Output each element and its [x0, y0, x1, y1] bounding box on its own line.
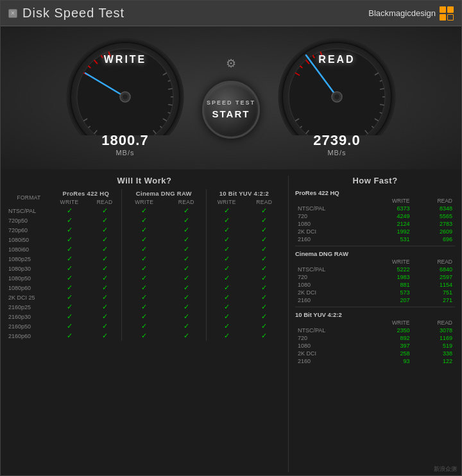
write-gauge-svg-wrap: WRITE [61, 36, 189, 139]
check-cell: ✓ [206, 293, 246, 302]
table-row: 2160p25✓✓✓✓✓✓ [7, 302, 282, 312]
hf-col-header: READ [412, 259, 455, 266]
format-cell: 1080i60 [7, 244, 51, 254]
check-cell: ✓ [246, 302, 282, 312]
hf-format-cell: 720 [295, 273, 364, 281]
format-cell: 1080i50 [7, 235, 51, 244]
will-it-work-header: Will It Work? [7, 176, 282, 185]
hf-read-cell: 2783 [412, 220, 455, 228]
hf-table: WRITEREADNTSC/PAL63738348720424955651080… [295, 198, 455, 243]
start-button[interactable]: SPEED TEST START [202, 81, 260, 139]
write-gauge-unit: MB/s [101, 149, 148, 157]
check-cell: ✓ [167, 235, 207, 244]
check-cell: ✓ [121, 264, 166, 273]
check-cell: ✓ [167, 254, 207, 264]
gauges-area: WRITE 1800.7 MB/s ⚙ SPEED TEST START [1, 26, 461, 169]
hf-col-header [295, 319, 364, 327]
format-cell: 1080p50 [7, 273, 51, 283]
hf-data-row: 10808811154 [295, 281, 455, 289]
prores-read-header: READ [88, 198, 121, 206]
hf-read-cell: 751 [412, 289, 455, 296]
check-cell: ✓ [121, 293, 166, 302]
check-cell: ✓ [88, 331, 121, 341]
check-cell: ✓ [121, 225, 166, 235]
check-cell: ✓ [51, 206, 88, 216]
title-bar: × Disk Speed Test Blackmagicdesign [1, 1, 461, 26]
hf-write-cell: 573 [364, 289, 412, 296]
check-cell: ✓ [51, 312, 88, 321]
hf-format-cell: 2K DCI [295, 228, 364, 235]
app-title: Disk Speed Test [22, 6, 124, 21]
check-cell: ✓ [51, 225, 88, 235]
check-cell: ✓ [121, 302, 166, 312]
settings-button[interactable]: ⚙ [221, 54, 241, 73]
format-cell: 720p60 [7, 225, 51, 235]
table-row: 1080i60✓✓✓✓✓✓ [7, 244, 282, 254]
check-cell: ✓ [121, 283, 166, 293]
check-cell: ✓ [88, 225, 121, 235]
hf-write-cell: 892 [364, 334, 412, 342]
hf-write-cell: 93 [364, 357, 412, 365]
read-gauge-svg [273, 36, 401, 135]
format-cell: 2160p50 [7, 321, 51, 331]
hf-divider [295, 246, 455, 246]
check-cell: ✓ [167, 331, 207, 341]
check-cell: ✓ [246, 244, 282, 254]
hf-data-row: NTSC/PAL63738348 [295, 205, 455, 212]
read-gauge-unit: MB/s [313, 149, 360, 157]
hf-data-row: NTSC/PAL52226840 [295, 266, 455, 273]
prores-header: ProRes 422 HQ [51, 189, 121, 198]
write-gauge-svg [61, 36, 189, 135]
check-cell: ✓ [246, 312, 282, 321]
check-cell: ✓ [121, 331, 166, 341]
check-cell: ✓ [51, 283, 88, 293]
check-cell: ✓ [206, 331, 246, 341]
check-cell: ✓ [206, 244, 246, 254]
check-cell: ✓ [88, 264, 121, 273]
hf-data-row: 108021242783 [295, 220, 455, 228]
hf-read-cell: 271 [412, 296, 455, 304]
table-row: 1080i50✓✓✓✓✓✓ [7, 235, 282, 244]
start-line1: SPEED TEST [207, 99, 255, 107]
center-controls: ⚙ SPEED TEST START [202, 54, 260, 139]
hf-format-cell: 1080 [295, 342, 364, 350]
check-cell: ✓ [206, 283, 246, 293]
yuv-write-header: WRITE [206, 198, 246, 206]
watermark: 新浪众测 [434, 465, 457, 473]
check-cell: ✓ [88, 283, 121, 293]
check-cell: ✓ [167, 321, 207, 331]
check-cell: ✓ [121, 312, 166, 321]
hf-read-cell: 3078 [412, 327, 455, 334]
cdng-read-header: READ [167, 198, 207, 206]
check-cell: ✓ [167, 206, 207, 216]
check-cell: ✓ [88, 321, 121, 331]
check-cell: ✓ [167, 264, 207, 273]
hf-write-cell: 4249 [364, 212, 412, 220]
hf-format-cell: NTSC/PAL [295, 327, 364, 334]
check-cell: ✓ [246, 225, 282, 235]
hf-write-cell: 6373 [364, 205, 412, 212]
hf-data-row: 72042495565 [295, 212, 455, 220]
table-row: 720p60✓✓✓✓✓✓ [7, 225, 282, 235]
check-cell: ✓ [206, 312, 246, 321]
hf-read-cell: 122 [412, 357, 455, 365]
check-cell: ✓ [167, 273, 207, 283]
table-row: 720p50✓✓✓✓✓✓ [7, 216, 282, 225]
hf-format-cell: 720 [295, 334, 364, 342]
brand-logo: Blackmagicdesign [368, 6, 454, 21]
hf-category-name: Cinema DNG RAW [295, 250, 455, 257]
hf-data-row: 2K DCI258338 [295, 350, 455, 357]
hf-format-cell: NTSC/PAL [295, 205, 364, 212]
brand-sq-1 [440, 6, 446, 13]
hf-format-cell: 2160 [295, 296, 364, 304]
check-cell: ✓ [121, 206, 166, 216]
hf-col-header [295, 259, 364, 266]
hf-write-cell: 5222 [364, 266, 412, 273]
check-cell: ✓ [167, 225, 207, 235]
hf-table: WRITEREADNTSC/PAL23503078720892116910803… [295, 319, 455, 365]
hf-write-cell: 2350 [364, 327, 412, 334]
check-cell: ✓ [246, 216, 282, 225]
close-button[interactable]: × [8, 9, 17, 18]
hf-write-cell: 258 [364, 350, 412, 357]
hf-format-cell: 2K DCI [295, 289, 364, 296]
